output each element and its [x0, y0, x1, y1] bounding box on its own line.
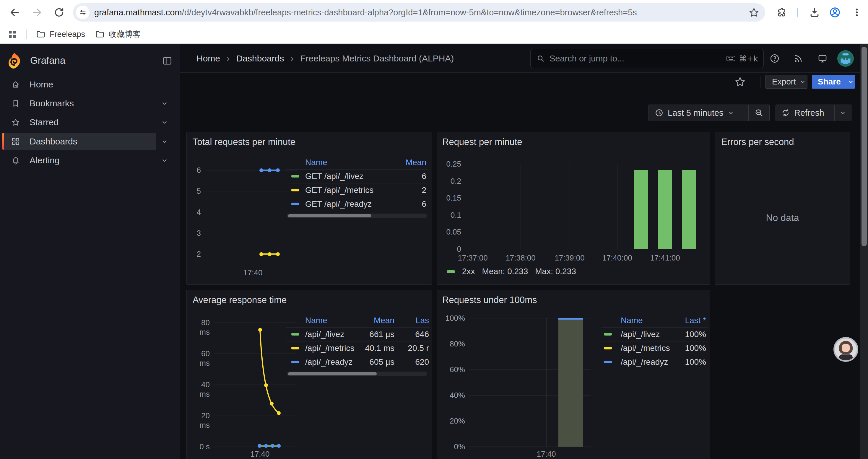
series-color-2xx[interactable] — [447, 270, 455, 273]
chevron-down-icon[interactable] — [161, 100, 168, 107]
table-separator — [601, 327, 708, 328]
legend-row-name[interactable]: GET /api/_/metrics — [305, 185, 373, 195]
legend-row-name[interactable]: GET /api/_/readyz — [305, 199, 372, 209]
sidebar-collapse-icon[interactable] — [162, 56, 173, 66]
zoom-out-button[interactable] — [749, 105, 769, 121]
assistant-avatar-widget[interactable] — [833, 337, 858, 362]
legend-row-name[interactable]: /api/_/metrics — [305, 343, 354, 353]
legend-row-name[interactable]: /api/_/readyz — [305, 357, 352, 367]
breadcrumb-current: Freeleaps Metrics Dashboard (ALPHA) — [300, 54, 454, 64]
legend-header-name[interactable]: Name — [305, 316, 327, 326]
legend-row-name[interactable]: /api/_/livez — [305, 329, 344, 339]
legend-header-mean[interactable]: Mean — [363, 316, 395, 326]
legend-row-mean: 6 — [422, 199, 426, 209]
breadcrumb-dashboards[interactable]: Dashboards — [236, 54, 284, 64]
help-icon[interactable] — [770, 54, 780, 64]
series-color-metrics[interactable] — [604, 347, 612, 350]
page-scrollbar-thumb[interactable] — [862, 47, 867, 246]
url-text: grafana.mathmast.com/d/deytv4rwavabkb/fr… — [94, 8, 637, 18]
data-point — [270, 402, 274, 405]
panel-title[interactable]: Request per minute — [442, 137, 522, 147]
refresh-interval-chevron[interactable] — [835, 105, 851, 121]
forward-icon[interactable] — [31, 6, 43, 18]
chevron-down-icon[interactable] — [161, 157, 168, 164]
legend-row-name[interactable]: /api/_/readyz — [621, 357, 668, 367]
scrollbar-thumb[interactable] — [288, 214, 371, 218]
share-button[interactable]: Share — [812, 75, 855, 89]
extensions-icon[interactable] — [776, 7, 787, 18]
legend-series-name[interactable]: 2xx — [462, 267, 475, 276]
panel-average-response-time: Average response time 80 ms 60 ms 40 ms … — [186, 290, 432, 459]
site-settings-icon[interactable] — [76, 6, 90, 19]
legend-row-last: 100% — [685, 343, 706, 353]
search-input[interactable]: Search or jump to... ⌘+k — [530, 49, 764, 68]
share-menu-chevron[interactable] — [847, 75, 855, 89]
favorite-star-icon[interactable] — [734, 76, 746, 88]
breadcrumb-home[interactable]: Home — [196, 54, 220, 64]
series-color-readyz[interactable] — [291, 203, 299, 205]
y-tick: 40% — [440, 391, 465, 400]
bookmark-item-freeleaps[interactable]: Freeleaps — [36, 29, 85, 40]
legend-header-last[interactable]: Las — [404, 316, 429, 326]
reload-icon[interactable] — [53, 6, 65, 18]
scrollbar-thumb[interactable] — [288, 372, 377, 375]
panel-total-requests: Total requests per minute 6 5 4 3 2 17:4… — [186, 132, 432, 285]
bookmark-star-icon[interactable] — [749, 7, 759, 18]
legend-row-last: 20.5 r — [399, 343, 429, 353]
menu-kebab-icon[interactable] — [851, 7, 862, 18]
download-icon[interactable] — [809, 6, 820, 18]
sidebar-item-bookmarks[interactable]: Bookmarks — [0, 95, 180, 112]
back-icon[interactable] — [9, 6, 21, 18]
refresh-button[interactable]: Refresh — [776, 105, 834, 121]
data-point — [268, 168, 272, 172]
series-color-livez[interactable] — [291, 333, 299, 335]
series-color-readyz[interactable] — [291, 361, 299, 363]
profile-icon[interactable] — [829, 6, 841, 18]
y-tick: 0% — [440, 442, 465, 451]
time-range-picker[interactable]: Last 5 minutes — [649, 105, 748, 121]
y-tick: 4 — [189, 207, 201, 217]
series-color-readyz[interactable] — [604, 361, 612, 363]
panel-title[interactable]: Total requests per minute — [193, 137, 296, 147]
legend-row-name[interactable]: /api/_/metrics — [621, 343, 670, 353]
time-range-label: Last 5 minutes — [668, 108, 723, 118]
table-separator — [601, 341, 708, 341]
sidebar-item-starred[interactable]: Starred — [0, 114, 180, 131]
kiosk-monitor-icon[interactable] — [817, 54, 828, 64]
grafana-header: Home › Dashboards › Freeleaps Metrics Da… — [180, 44, 860, 73]
search-shortcut: ⌘+k — [726, 54, 758, 63]
x-tick: 17:41:00 — [642, 253, 689, 263]
panel-title[interactable]: Requests under 100ms — [442, 295, 537, 305]
news-rss-icon[interactable] — [793, 54, 803, 64]
apps-grid-icon[interactable] — [7, 29, 18, 40]
legend-row-name[interactable]: /api/_/livez — [621, 329, 660, 339]
series-color-livez[interactable] — [291, 175, 299, 177]
data-point — [271, 444, 275, 448]
chevron-down-icon[interactable] — [161, 138, 168, 145]
legend-row-name[interactable]: GET /api/_/livez — [305, 171, 363, 182]
grafana-logo-icon[interactable] — [8, 52, 21, 69]
x-tick: 17:40 — [235, 268, 271, 277]
user-avatar[interactable] — [837, 50, 854, 67]
legend-header-mean[interactable]: Mean — [406, 157, 426, 167]
export-button[interactable]: Export — [765, 75, 807, 89]
panel-title[interactable]: Errors per second — [721, 137, 794, 147]
sidebar-item-alerting[interactable]: Alerting — [0, 152, 180, 169]
series-color-metrics[interactable] — [291, 347, 299, 350]
legend-header-name[interactable]: Name — [305, 157, 327, 167]
x-tick: 17:40 — [529, 449, 564, 459]
chevron-down-icon[interactable] — [161, 119, 168, 126]
legend-header-last[interactable]: Last * — [685, 316, 706, 326]
table-scrollbar[interactable] — [287, 371, 427, 376]
sidebar-item-dashboards[interactable]: Dashboards — [0, 133, 180, 150]
table-scrollbar[interactable] — [287, 214, 427, 218]
url-path: /d/deytv4rwavabkb/freeleaps-metrics-dash… — [182, 8, 637, 17]
bookmark-item-blogs[interactable]: 收藏博客 — [95, 29, 141, 40]
sidebar-item-home[interactable]: Home — [0, 76, 180, 93]
series-color-metrics[interactable] — [291, 189, 299, 191]
url-bar[interactable]: grafana.mathmast.com/d/deytv4rwavabkb/fr… — [73, 3, 765, 22]
folder-icon — [95, 30, 104, 39]
y-tick: 60% — [440, 365, 465, 374]
legend-header-name[interactable]: Name — [621, 316, 643, 326]
series-color-livez[interactable] — [604, 333, 612, 335]
